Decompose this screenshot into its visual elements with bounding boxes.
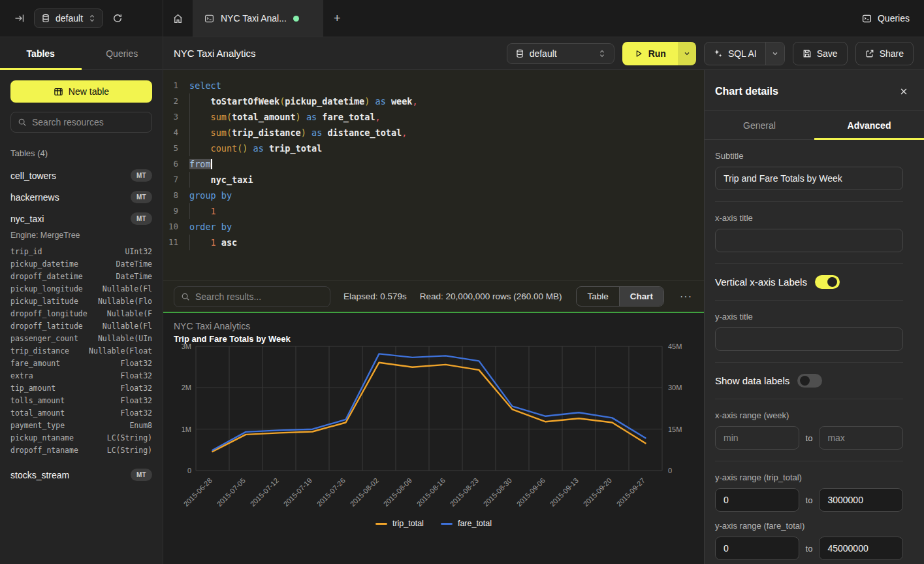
editor-line[interactable]: 5 count() as trip_total: [163, 141, 704, 156]
editor-line[interactable]: 7 nyc_taxi: [163, 172, 704, 188]
editor-line[interactable]: 11 1 asc: [163, 235, 704, 250]
sidebar-tab-tables[interactable]: Tables: [0, 37, 82, 69]
column-row[interactable]: dropoff_longitudeNullable(F: [0, 307, 163, 320]
xaxis-range-min-input[interactable]: [715, 426, 799, 450]
column-row[interactable]: dropoff_ntanameLC(String): [0, 444, 163, 456]
toolbar-database-selector[interactable]: default: [507, 43, 614, 64]
editor-line[interactable]: 3 sum(total_amount) as fare_total,: [163, 109, 704, 125]
column-row[interactable]: payment_typeEnum8: [0, 419, 163, 431]
column-name: dropoff_ntaname: [10, 446, 78, 455]
view-toggle-table[interactable]: Table: [577, 287, 618, 306]
code-text: order by: [189, 219, 232, 235]
xaxis-range-max-input[interactable]: [819, 426, 903, 450]
table-row[interactable]: stocks_streamMT: [0, 464, 163, 486]
editor-line[interactable]: 2 toStartOfWeek(pickup_datetime) as week…: [163, 93, 704, 109]
collapse-sidebar-button[interactable]: [14, 13, 25, 24]
column-type: LC(String): [107, 446, 152, 455]
topbar-database-selector[interactable]: default: [34, 8, 103, 28]
sql-editor[interactable]: 1select2 toStartOfWeek(pickup_datetime) …: [163, 70, 704, 280]
column-row[interactable]: pickup_latitudeNullable(Flo: [0, 295, 163, 307]
table-name: nyc_taxi: [10, 214, 44, 224]
query-tab[interactable]: NYC Taxi Anal...: [193, 0, 323, 37]
yaxis-range-fare-min-input[interactable]: [715, 537, 799, 560]
right-axis-tick: 30M: [668, 384, 682, 391]
save-button[interactable]: Save: [793, 42, 848, 65]
yaxis-range-trip-max-input[interactable]: [819, 488, 903, 512]
results-search[interactable]: [174, 286, 330, 307]
share-button[interactable]: Share: [855, 42, 914, 65]
unsaved-indicator: [293, 16, 299, 22]
xaxis-title-input[interactable]: [715, 229, 903, 252]
column-row[interactable]: dropoff_datetimeDateTime: [0, 270, 163, 282]
line-number: 1: [163, 78, 189, 93]
tab-general[interactable]: General: [705, 111, 814, 139]
xaxis-range-label: x-axis range (week): [715, 410, 903, 420]
data-labels-toggle[interactable]: [797, 374, 822, 388]
column-row[interactable]: trip_idUInt32: [0, 245, 163, 257]
home-button[interactable]: [163, 0, 193, 37]
chart-details-title: Chart details: [715, 86, 778, 97]
column-row[interactable]: pickup_datetimeDateTime: [0, 257, 163, 270]
line-number: 10: [163, 219, 189, 235]
to-label: to: [806, 544, 813, 554]
legend-item-trip_total[interactable]: trip_total: [375, 519, 424, 528]
column-name: tip_amount: [10, 384, 56, 393]
new-table-button[interactable]: New table: [10, 80, 152, 103]
column-type: LC(String): [107, 433, 152, 442]
results-bar: Elapsed: 0.579s Read: 20,000,000 rows (2…: [163, 280, 704, 312]
sql-ai-button[interactable]: SQL AI: [705, 42, 765, 65]
editor-line[interactable]: 9 1: [163, 203, 704, 219]
results-search-input[interactable]: [195, 291, 323, 302]
column-row[interactable]: pickup_ntanameLC(String): [0, 431, 163, 444]
column-row[interactable]: extraFloat32: [0, 369, 163, 382]
editor-line[interactable]: 6from: [163, 156, 704, 172]
close-panel-button[interactable]: [899, 87, 908, 96]
new-tab-button[interactable]: +: [323, 0, 351, 37]
table-row[interactable]: cell_towersMT: [0, 165, 163, 186]
right-axis-tick: 15M: [668, 425, 682, 433]
elapsed-stat: Elapsed: 0.579s: [343, 291, 407, 301]
column-type: Float32: [121, 384, 152, 393]
engine-badge: MT: [131, 169, 152, 182]
sidebar-search-input[interactable]: [32, 117, 145, 127]
column-row[interactable]: passenger_countNullable(UIn: [0, 332, 163, 344]
tab-advanced[interactable]: Advanced: [814, 111, 924, 139]
search-icon: [181, 292, 190, 301]
sidebar-tab-queries[interactable]: Queries: [82, 37, 163, 69]
table-row[interactable]: hackernewsMT: [0, 186, 163, 208]
engine-badge: MT: [131, 191, 152, 203]
view-toggle-chart[interactable]: Chart: [619, 287, 663, 306]
editor-line[interactable]: 4 sum(trip_distance) as distance_total,: [163, 125, 704, 141]
editor-line[interactable]: 8group by: [163, 188, 704, 203]
editor-line[interactable]: 1select: [163, 78, 704, 93]
subtitle-input[interactable]: [715, 167, 903, 190]
run-button[interactable]: Run: [622, 42, 678, 65]
column-row[interactable]: trip_distanceNullable(Float: [0, 344, 163, 357]
line-number: 2: [163, 93, 189, 109]
yaxis-title-input[interactable]: [715, 327, 903, 351]
queries-button[interactable]: Queries: [862, 13, 910, 24]
column-name: tolls_amount: [10, 396, 65, 405]
column-row[interactable]: total_amountFloat32: [0, 406, 163, 419]
sql-ai-options-button[interactable]: [765, 42, 784, 65]
editor-line[interactable]: 10order by: [163, 219, 704, 235]
data-labels-label: Show data labels: [715, 375, 789, 386]
refresh-button[interactable]: [112, 13, 123, 24]
column-row[interactable]: tolls_amountFloat32: [0, 394, 163, 406]
column-name: dropoff_longitude: [10, 309, 88, 318]
xaxis-title-group: x-axis title: [715, 202, 903, 264]
column-row[interactable]: tip_amountFloat32: [0, 382, 163, 394]
vertical-labels-toggle[interactable]: [815, 275, 840, 289]
chevron-down-icon: [771, 50, 779, 58]
legend-item-fare_total[interactable]: fare_total: [441, 519, 492, 528]
yaxis-range-fare-max-input[interactable]: [819, 537, 903, 560]
column-row[interactable]: dropoff_latitudeNullable(Fl: [0, 320, 163, 332]
column-row[interactable]: pickup_longitudeNullable(Fl: [0, 282, 163, 295]
sidebar-search[interactable]: [10, 112, 152, 133]
column-row[interactable]: fare_amountFloat32: [0, 357, 163, 369]
run-options-button[interactable]: [678, 42, 696, 65]
more-options-button[interactable]: ···: [677, 291, 695, 303]
xaxis-range-group: x-axis range (week) to: [715, 399, 903, 461]
table-row[interactable]: nyc_taxiMT: [0, 208, 163, 229]
yaxis-range-trip-min-input[interactable]: [715, 488, 799, 512]
